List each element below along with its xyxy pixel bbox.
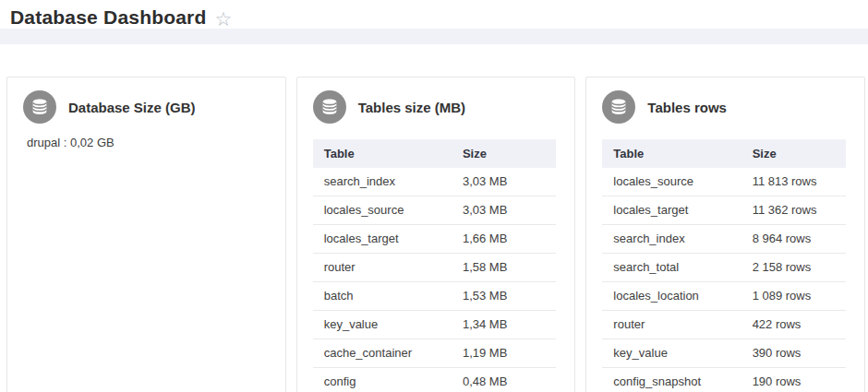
table-rows-cell: 2 158 rows (741, 254, 846, 282)
column-header-size: Size (452, 139, 556, 168)
table-rows-cell: 390 rows (741, 339, 846, 368)
table-row: router 422 rows (602, 311, 846, 339)
card-header: Database Size (GB) (23, 90, 267, 124)
table-name-cell: locales_source (602, 168, 741, 196)
card-header: Tables rows (602, 90, 846, 124)
card-title: Tables size (MB) (358, 100, 465, 115)
table-rows-cell: 8 964 rows (741, 225, 846, 254)
table-size-cell: 0,48 MB (452, 368, 556, 392)
table-name-cell: key_value (313, 311, 452, 339)
table-size-cell: 3,03 MB (452, 168, 556, 196)
database-icon (602, 90, 635, 124)
column-header-table: Table (602, 139, 741, 168)
table-name-cell: config_snapshot (602, 368, 741, 392)
table-rows-cell: 1 089 rows (741, 282, 846, 311)
table-name-cell: search_index (602, 225, 741, 254)
card-header: Tables size (MB) (313, 90, 557, 124)
page-header: Database Dashboard ☆ (0, 0, 868, 29)
card-title: Database Size (GB) (68, 100, 196, 115)
table-row: locales_location 1 089 rows (602, 282, 846, 311)
table-header-row: Table Size (602, 139, 846, 168)
table-row: locales_target 1,66 MB (313, 225, 557, 254)
table-row: config 0,48 MB (313, 368, 557, 392)
table-row: locales_source 11 813 rows (602, 168, 846, 196)
table-rows-cell: 11 813 rows (741, 168, 846, 196)
tables-rows-table: Table Size locales_source 11 813 rows lo… (602, 139, 846, 392)
card-tables-rows: Tables rows Table Size locales_source 11… (585, 77, 865, 392)
column-header-table: Table (313, 139, 452, 168)
tables-size-table: Table Size search_index 3,03 MB locales_… (313, 139, 557, 392)
tables-size-body: search_index 3,03 MB locales_source 3,03… (313, 168, 557, 392)
table-name-cell: locales_target (602, 196, 741, 225)
table-row: key_value 390 rows (602, 339, 846, 368)
table-name-cell: locales_location (602, 282, 741, 311)
table-name-cell: router (313, 254, 452, 282)
favorite-star-icon[interactable]: ☆ (215, 9, 233, 29)
table-row: locales_source 3,03 MB (313, 196, 557, 225)
database-icon (313, 90, 346, 124)
table-size-cell: 3,03 MB (452, 196, 556, 225)
table-row: cache_container 1,19 MB (313, 339, 557, 368)
column-header-size: Size (741, 139, 846, 168)
table-row: router 1,58 MB (313, 254, 557, 282)
table-name-cell: locales_target (313, 225, 452, 254)
table-row: search_index 8 964 rows (602, 225, 846, 254)
table-name-cell: search_index (313, 168, 452, 196)
table-rows-cell: 190 rows (741, 368, 846, 392)
card-database-size: Database Size (GB) drupal : 0,02 GB (6, 77, 286, 392)
tables-rows-body: locales_source 11 813 rows locales_targe… (602, 168, 846, 392)
table-row: key_value 1,34 MB (313, 311, 557, 339)
table-row: locales_target 11 362 rows (602, 196, 846, 225)
card-title: Tables rows (647, 100, 727, 115)
table-name-cell: locales_source (313, 196, 452, 225)
table-name-cell: cache_container (313, 339, 452, 368)
header-divider-strip (0, 29, 868, 44)
table-row: search_total 2 158 rows (602, 254, 846, 282)
table-size-cell: 1,53 MB (452, 282, 556, 311)
table-row: batch 1,53 MB (313, 282, 557, 311)
table-size-cell: 1,66 MB (452, 225, 556, 254)
table-header-row: Table Size (313, 139, 557, 168)
table-name-cell: router (602, 311, 741, 339)
table-name-cell: config (313, 368, 452, 392)
page-title: Database Dashboard (10, 6, 207, 29)
cards-container: Database Size (GB) drupal : 0,02 GB Tabl… (0, 44, 868, 392)
card-tables-size: Tables size (MB) Table Size search_index… (296, 77, 576, 392)
table-name-cell: key_value (602, 339, 741, 368)
table-size-cell: 1,58 MB (452, 254, 556, 282)
table-size-cell: 1,19 MB (452, 339, 556, 368)
table-name-cell: batch (313, 282, 452, 311)
table-name-cell: search_total (602, 254, 741, 282)
database-size-value: drupal : 0,02 GB (27, 136, 267, 149)
table-row: search_index 3,03 MB (313, 168, 557, 196)
table-row: config_snapshot 190 rows (602, 368, 846, 392)
table-rows-cell: 11 362 rows (741, 196, 846, 225)
database-icon (23, 90, 56, 124)
table-rows-cell: 422 rows (741, 311, 846, 339)
table-size-cell: 1,34 MB (452, 311, 556, 339)
